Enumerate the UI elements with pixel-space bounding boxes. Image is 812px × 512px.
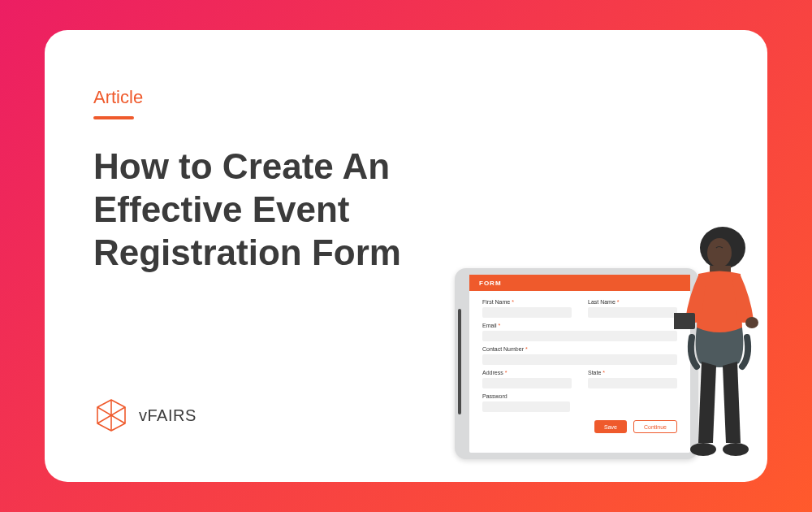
content-card: Article How to Create An Effective Event…: [45, 30, 767, 482]
tablet-button: [458, 309, 461, 414]
category-label: Article: [93, 87, 719, 108]
password-input[interactable]: [482, 401, 570, 412]
svg-rect-9: [674, 313, 695, 329]
state-label: State: [588, 370, 601, 375]
brand-logo: vFAIRS: [93, 397, 197, 433]
tablet-device: FORM First Name * Last Name *: [455, 268, 698, 459]
svg-point-11: [723, 443, 749, 456]
first-name-label: First Name: [482, 299, 510, 305]
address-label: Address: [482, 370, 503, 375]
continue-button[interactable]: Continue: [633, 420, 677, 433]
address-input[interactable]: [482, 378, 572, 388]
contact-label: Contact Number: [482, 346, 524, 352]
state-input[interactable]: [588, 378, 677, 388]
registration-form: FORM First Name * Last Name *: [469, 275, 690, 453]
svg-point-5: [707, 238, 732, 267]
password-label: Password: [482, 393, 508, 399]
article-title: How to Create An Effective Event Registr…: [93, 145, 516, 274]
email-label: Email: [482, 323, 497, 328]
first-name-input[interactable]: [482, 307, 572, 318]
brand-name: vFAIRS: [139, 406, 197, 425]
form-body: First Name * Last Name * Email *: [469, 291, 690, 453]
person-illustration: [674, 223, 763, 459]
save-button[interactable]: Save: [594, 420, 627, 433]
form-header: FORM: [469, 275, 690, 291]
contact-input[interactable]: [482, 354, 677, 365]
vfairs-icon: [93, 397, 129, 433]
category-underline: [93, 116, 134, 119]
last-name-label: Last Name: [588, 299, 615, 305]
email-input[interactable]: [482, 331, 677, 341]
hero-illustration: FORM First Name * Last Name *: [455, 215, 763, 459]
last-name-input[interactable]: [588, 307, 677, 318]
svg-point-10: [690, 443, 716, 456]
svg-point-8: [745, 317, 758, 328]
